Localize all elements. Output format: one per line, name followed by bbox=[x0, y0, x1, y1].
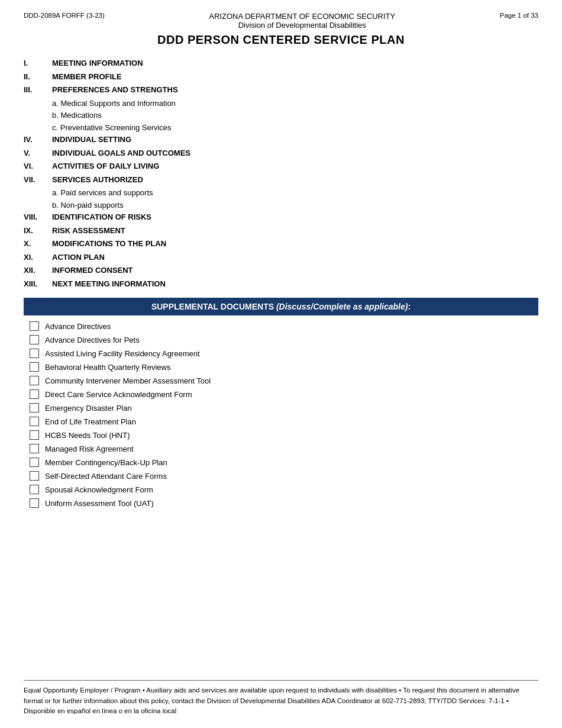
toc-label-3: PREFERENCES AND STRENGTHS bbox=[52, 84, 178, 96]
page: DDD-2089A FORFF (3-23) ARIZONA DEPARTMEN… bbox=[0, 0, 562, 728]
checklist-item-6: Direct Care Service Acknowledgment Form bbox=[30, 389, 538, 399]
checklist-label-7: Emergency Disaster Plan bbox=[45, 404, 132, 413]
agency-division: Division of Developmental Disabilities bbox=[209, 21, 395, 30]
toc-num-6: VI. bbox=[24, 160, 52, 172]
checklist: Advance Directives Advance Directives fo… bbox=[30, 321, 538, 508]
toc-sub-3a: a. Medical Supports and Information bbox=[24, 98, 538, 109]
checklist-item-12: Self-Directed Attendant Care Forms bbox=[30, 471, 538, 481]
toc-label-5: INDIVIDUAL GOALS AND OUTCOMES bbox=[52, 147, 190, 159]
checklist-label-1: Advance Directives bbox=[45, 322, 111, 331]
checkbox-11[interactable] bbox=[30, 458, 39, 467]
toc-num-5: V. bbox=[24, 147, 52, 159]
supplemental-header-italic: (Discuss/Complete as applicable) bbox=[276, 302, 408, 311]
form-id: DDD-2089A FORFF (3-23) bbox=[24, 12, 105, 19]
toc-item-11: XI. ACTION PLAN bbox=[24, 252, 538, 263]
toc-item-9: IX. RISK ASSESSMENT bbox=[24, 225, 538, 237]
toc-label-9: RISK ASSESSMENT bbox=[52, 225, 125, 237]
checkbox-4[interactable] bbox=[30, 362, 39, 372]
checkbox-8[interactable] bbox=[30, 417, 39, 426]
toc-label-6: ACTIVITIES OF DAILY LIVING bbox=[52, 160, 159, 172]
checklist-item-4: Behavioral Health Quarterly Reviews bbox=[30, 362, 538, 372]
toc-item-12: XII. INFORMED CONSENT bbox=[24, 265, 538, 276]
supplemental-header-main: SUPPLEMENTAL DOCUMENTS bbox=[151, 302, 276, 311]
checklist-label-12: Self-Directed Attendant Care Forms bbox=[45, 472, 167, 481]
checklist-item-11: Member Contingency/Back-Up Plan bbox=[30, 458, 538, 467]
toc-num-1: I. bbox=[24, 57, 52, 69]
toc-item-7: VII. SERVICES AUTHORIZED bbox=[24, 174, 538, 186]
page-info: Page 1 of 33 bbox=[500, 12, 538, 19]
toc-label-10: MODIFICATIONS TO THE PLAN bbox=[52, 238, 166, 250]
checklist-item-7: Emergency Disaster Plan bbox=[30, 403, 538, 413]
checklist-label-3: Assisted Living Facility Residency Agree… bbox=[45, 349, 200, 358]
toc-num-9: IX. bbox=[24, 225, 52, 237]
toc-sub-label-7a: a. Paid services and supports bbox=[52, 187, 153, 199]
checklist-label-6: Direct Care Service Acknowledgment Form bbox=[45, 390, 192, 399]
toc-item-1: I. MEETING INFORMATION bbox=[24, 57, 538, 69]
toc-item-5: V. INDIVIDUAL GOALS AND OUTCOMES bbox=[24, 147, 538, 159]
toc-sub-label-3b: b. Medications bbox=[52, 109, 102, 121]
toc-num-7: VII. bbox=[24, 174, 52, 186]
checklist-item-2: Advance Directives for Pets bbox=[30, 335, 538, 344]
toc-num-13: XIII. bbox=[24, 278, 52, 290]
checkbox-3[interactable] bbox=[30, 349, 39, 358]
checklist-label-2: Advance Directives for Pets bbox=[45, 336, 140, 344]
toc-item-10: X. MODIFICATIONS TO THE PLAN bbox=[24, 238, 538, 250]
checkbox-2[interactable] bbox=[30, 335, 39, 344]
checkbox-7[interactable] bbox=[30, 403, 39, 413]
toc-num-10: X. bbox=[24, 238, 52, 250]
checklist-label-5: Community Intervener Member Assessment T… bbox=[45, 376, 211, 385]
checklist-item-14: Uniform Assessment Tool (UAT) bbox=[30, 498, 538, 508]
toc-item-4: IV. INDIVIDUAL SETTING bbox=[24, 134, 538, 146]
checkbox-13[interactable] bbox=[30, 485, 39, 494]
toc-item-6: VI. ACTIVITIES OF DAILY LIVING bbox=[24, 160, 538, 172]
checklist-label-9: HCBS Needs Tool (HNT) bbox=[45, 431, 130, 440]
footer-divider bbox=[24, 680, 538, 681]
toc-label-7: SERVICES AUTHORIZED bbox=[52, 174, 143, 186]
checklist-item-5: Community Intervener Member Assessment T… bbox=[30, 376, 538, 385]
toc-label-11: ACTION PLAN bbox=[52, 252, 105, 263]
checkbox-1[interactable] bbox=[30, 321, 39, 331]
header: DDD-2089A FORFF (3-23) ARIZONA DEPARTMEN… bbox=[24, 12, 538, 30]
toc: I. MEETING INFORMATION II. MEMBER PROFIL… bbox=[24, 57, 538, 680]
checklist-label-10: Managed Risk Agreement bbox=[45, 444, 134, 453]
toc-label-1: MEETING INFORMATION bbox=[52, 57, 143, 69]
toc-num-2: II. bbox=[24, 71, 52, 83]
checkbox-5[interactable] bbox=[30, 376, 39, 385]
toc-item-3: III. PREFERENCES AND STRENGTHS bbox=[24, 84, 538, 96]
checklist-label-13: Spousal Acknowledgment Form bbox=[45, 485, 153, 494]
checklist-label-11: Member Contingency/Back-Up Plan bbox=[45, 458, 167, 467]
agency-name: ARIZONA DEPARTMENT OF ECONOMIC SECURITY bbox=[209, 12, 395, 21]
toc-sub-7a: a. Paid services and supports bbox=[24, 187, 538, 199]
checklist-item-3: Assisted Living Facility Residency Agree… bbox=[30, 349, 538, 358]
toc-sub-label-3c: c. Preventative Screening Services bbox=[52, 122, 172, 134]
footer-text: Equal Opportunity Employer / Program • A… bbox=[24, 685, 538, 716]
checklist-label-8: End of Life Treatment Plan bbox=[45, 417, 136, 426]
toc-num-4: IV. bbox=[24, 134, 52, 146]
checklist-item-8: End of Life Treatment Plan bbox=[30, 417, 538, 426]
toc-sub-7b: b. Non-paid supports bbox=[24, 199, 538, 211]
toc-item-8: VIII. IDENTIFICATION OF RISKS bbox=[24, 211, 538, 223]
checkbox-10[interactable] bbox=[30, 444, 39, 453]
supplemental-header-colon: : bbox=[408, 302, 411, 311]
toc-label-8: IDENTIFICATION OF RISKS bbox=[52, 211, 151, 223]
toc-label-4: INDIVIDUAL SETTING bbox=[52, 134, 131, 146]
toc-sub-3b: b. Medications bbox=[24, 109, 538, 121]
toc-label-2: MEMBER PROFILE bbox=[52, 71, 122, 83]
checkbox-12[interactable] bbox=[30, 471, 39, 481]
toc-num-8: VIII. bbox=[24, 211, 52, 223]
toc-item-2: II. MEMBER PROFILE bbox=[24, 71, 538, 83]
header-agency: ARIZONA DEPARTMENT OF ECONOMIC SECURITY … bbox=[209, 12, 395, 30]
toc-item-13: XIII. NEXT MEETING INFORMATION bbox=[24, 278, 538, 290]
supplemental-header: SUPPLEMENTAL DOCUMENTS (Discuss/Complete… bbox=[24, 298, 538, 315]
checklist-item-13: Spousal Acknowledgment Form bbox=[30, 485, 538, 494]
toc-num-3: III. bbox=[24, 84, 52, 96]
toc-num-11: XI. bbox=[24, 252, 52, 263]
toc-sub-3c: c. Preventative Screening Services bbox=[24, 122, 538, 134]
toc-label-13: NEXT MEETING INFORMATION bbox=[52, 278, 166, 290]
checklist-label-4: Behavioral Health Quarterly Reviews bbox=[45, 363, 170, 372]
checkbox-9[interactable] bbox=[30, 430, 39, 440]
toc-num-12: XII. bbox=[24, 265, 52, 276]
checklist-item-10: Managed Risk Agreement bbox=[30, 444, 538, 453]
checkbox-14[interactable] bbox=[30, 498, 39, 508]
checkbox-6[interactable] bbox=[30, 389, 39, 399]
